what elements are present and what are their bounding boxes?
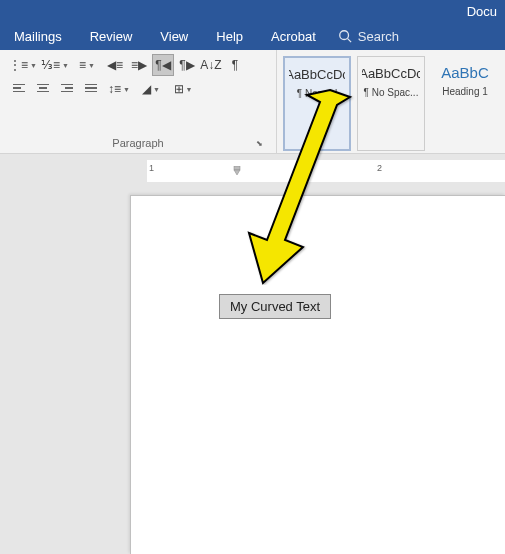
justify-button[interactable] [80, 78, 102, 100]
increase-indent-icon: ≡▶ [131, 58, 147, 72]
svg-rect-2 [234, 166, 240, 170]
rtl-text-button[interactable]: ¶▶ [176, 54, 198, 76]
ltr-text-button[interactable]: ¶◀ [152, 54, 174, 76]
increase-indent-button[interactable]: ≡▶ [128, 54, 150, 76]
style-preview: AaBbCcDc [289, 64, 345, 84]
show-marks-button[interactable]: ¶ [224, 54, 246, 76]
horizontal-ruler[interactable]: 1 2 [135, 160, 505, 182]
bullets-button[interactable]: ⋮≡▼ [8, 54, 38, 76]
decrease-indent-icon: ◀≡ [107, 58, 123, 72]
tab-acrobat[interactable]: Acrobat [257, 23, 330, 50]
chevron-down-icon: ▼ [153, 86, 160, 93]
search-label: Search [358, 29, 399, 44]
style-heading1[interactable]: AaBbC Heading 1 [431, 56, 499, 151]
document-title: Docu [467, 4, 497, 19]
selected-text: My Curved Text [230, 299, 320, 314]
shading-icon: ◢ [142, 82, 151, 96]
line-spacing-icon: ↕≡ [108, 82, 121, 96]
numbering-button[interactable]: ⅓≡▼ [40, 54, 70, 76]
multilevel-list-button[interactable]: ≡▼ [72, 54, 102, 76]
style-preview: AaBbCcDc [362, 63, 420, 83]
rtl-icon: ¶▶ [179, 58, 194, 72]
style-normal[interactable]: AaBbCcDc ¶ Normal [283, 56, 351, 151]
multilevel-icon: ≡ [79, 58, 86, 72]
chevron-down-icon: ▼ [88, 62, 95, 69]
style-name-label: ¶ No Spac... [362, 87, 420, 98]
align-center-button[interactable] [32, 78, 54, 100]
style-preview: AaBbC [435, 62, 495, 82]
paragraph-dialog-launcher[interactable]: ⬊ [254, 139, 264, 149]
svg-line-1 [347, 39, 351, 43]
justify-icon [85, 84, 97, 95]
indent-marker-icon[interactable] [232, 166, 242, 176]
align-right-icon [61, 84, 73, 95]
selected-text-box[interactable]: My Curved Text [219, 294, 331, 319]
tab-mailings[interactable]: Mailings [0, 23, 76, 50]
chevron-down-icon: ▼ [62, 62, 69, 69]
chevron-down-icon: ▼ [123, 86, 130, 93]
style-no-spacing[interactable]: AaBbCcDc ¶ No Spac... [357, 56, 425, 151]
align-right-button[interactable] [56, 78, 78, 100]
svg-marker-3 [234, 170, 240, 175]
tab-review[interactable]: Review [76, 23, 147, 50]
borders-button[interactable]: ⊞▼ [168, 78, 198, 100]
tab-view[interactable]: View [146, 23, 202, 50]
align-left-button[interactable] [8, 78, 30, 100]
decrease-indent-button[interactable]: ◀≡ [104, 54, 126, 76]
align-left-icon [13, 84, 25, 95]
shading-button[interactable]: ◢▼ [136, 78, 166, 100]
ruler-mark: 1 [149, 163, 154, 173]
tab-help[interactable]: Help [202, 23, 257, 50]
numbering-icon: ⅓≡ [41, 58, 60, 72]
ruler-mark: 2 [377, 163, 382, 173]
ltr-icon: ¶◀ [155, 58, 170, 72]
paragraph-group-label: Paragraph [112, 137, 163, 149]
search-box[interactable]: Search [338, 29, 399, 44]
pilcrow-icon: ¶ [232, 58, 238, 72]
borders-icon: ⊞ [174, 82, 184, 96]
sort-icon: A↓Z [200, 58, 221, 72]
align-center-icon [37, 84, 49, 95]
line-spacing-button[interactable]: ↕≡▼ [104, 78, 134, 100]
style-name-label: Heading 1 [435, 86, 495, 97]
svg-point-0 [340, 31, 349, 40]
chevron-down-icon: ▼ [30, 62, 37, 69]
search-icon [338, 29, 352, 43]
style-name-label: ¶ Normal [289, 88, 345, 99]
chevron-down-icon: ▼ [186, 86, 193, 93]
sort-button[interactable]: A↓Z [200, 54, 222, 76]
document-page[interactable]: My Curved Text [130, 195, 505, 554]
bullets-icon: ⋮≡ [9, 58, 28, 72]
